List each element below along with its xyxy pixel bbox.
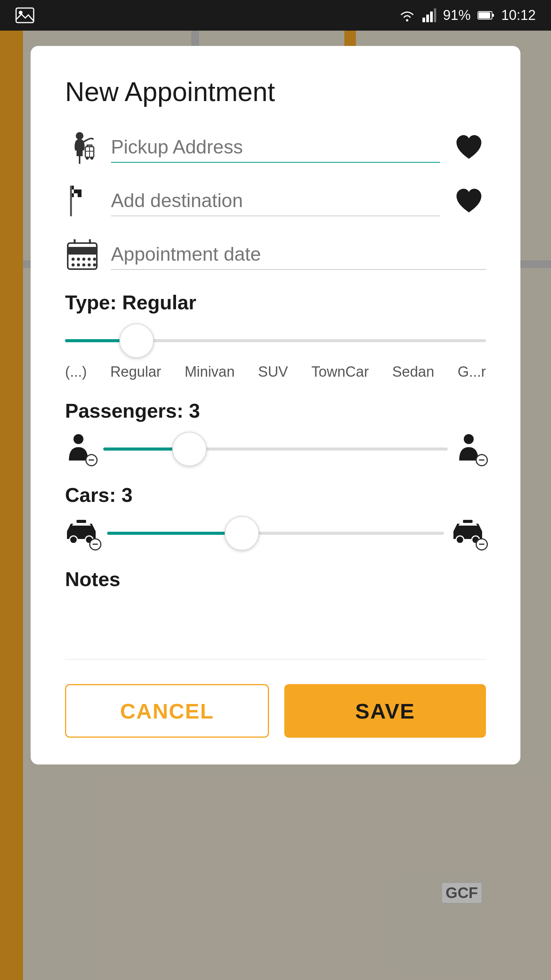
date-row xyxy=(65,237,486,272)
type-section: Type: Regular (...) Regular Minivan SUV … xyxy=(65,291,486,380)
svg-rect-44 xyxy=(77,520,86,523)
svg-point-30 xyxy=(72,258,75,261)
passengers-label: Passengers: 3 xyxy=(65,399,486,422)
svg-rect-21 xyxy=(74,193,78,197)
svg-point-35 xyxy=(72,263,75,266)
svg-rect-27 xyxy=(68,247,97,255)
status-bar-right: 91% 10:12 xyxy=(399,7,536,23)
svg-point-33 xyxy=(88,258,91,261)
svg-rect-5 xyxy=(430,11,433,22)
modal-title: New Appointment xyxy=(65,77,486,107)
status-bar-left xyxy=(15,7,34,23)
status-bar: 91% 10:12 xyxy=(0,0,551,31)
svg-rect-25 xyxy=(70,186,72,216)
pickup-person-icon xyxy=(65,130,99,165)
svg-rect-18 xyxy=(74,186,78,189)
signal-icon xyxy=(422,8,436,22)
cars-max-icon: − xyxy=(452,518,486,549)
destination-favorite-button[interactable] xyxy=(452,184,486,218)
notes-label: Notes xyxy=(65,568,486,591)
type-slider-labels: (...) Regular Minivan SUV TownCar Sedan … xyxy=(65,364,486,380)
svg-point-45 xyxy=(456,536,464,543)
pickup-address-input[interactable] xyxy=(111,132,440,163)
cars-section: Cars: 3 − xyxy=(65,483,486,549)
svg-point-36 xyxy=(77,263,80,266)
pickup-address-row xyxy=(65,130,486,165)
save-button[interactable]: SAVE xyxy=(284,684,486,738)
svg-point-2 xyxy=(406,19,408,21)
destination-input[interactable] xyxy=(111,186,440,216)
svg-rect-4 xyxy=(426,15,429,22)
passengers-min-icon: − xyxy=(65,434,96,464)
svg-rect-8 xyxy=(479,12,490,18)
gallery-icon xyxy=(15,7,34,23)
svg-point-32 xyxy=(82,258,85,261)
svg-point-34 xyxy=(93,258,96,261)
svg-point-41 xyxy=(464,434,474,444)
type-option-6: G...r xyxy=(458,364,486,380)
type-option-2: Minivan xyxy=(184,364,235,380)
cancel-button[interactable]: CANCEL xyxy=(65,684,269,738)
svg-point-38 xyxy=(88,263,91,266)
clock: 10:12 xyxy=(501,7,536,23)
passengers-row: − − xyxy=(65,434,486,464)
svg-rect-47 xyxy=(463,520,473,523)
date-input-wrap xyxy=(111,239,486,270)
type-option-5: Sedan xyxy=(392,364,434,380)
type-option-3: SUV xyxy=(258,364,288,380)
type-slider-thumb[interactable] xyxy=(119,323,154,358)
svg-rect-0 xyxy=(16,8,34,23)
destination-input-wrap xyxy=(111,186,440,216)
notes-section: Notes xyxy=(65,568,486,661)
cars-slider-wrap xyxy=(107,518,444,549)
type-option-1: Regular xyxy=(110,364,161,380)
cars-slider-thumb[interactable] xyxy=(225,516,259,550)
modal-overlay: New Appointment xyxy=(0,31,551,980)
svg-point-39 xyxy=(93,263,96,266)
cars-label: Cars: 3 xyxy=(65,483,486,506)
svg-point-14 xyxy=(86,157,89,160)
cars-min-icon: − xyxy=(65,518,99,549)
svg-rect-23 xyxy=(78,189,82,193)
svg-point-42 xyxy=(70,536,77,543)
svg-point-40 xyxy=(73,434,83,444)
notes-textarea[interactable] xyxy=(65,602,486,660)
destination-row xyxy=(65,184,486,218)
button-row: CANCEL SAVE xyxy=(65,684,486,738)
appointment-date-input[interactable] xyxy=(111,239,486,270)
svg-point-10 xyxy=(76,132,83,140)
svg-rect-9 xyxy=(492,14,494,17)
passengers-slider-wrap xyxy=(103,434,448,464)
cars-slider-fill xyxy=(107,532,242,535)
passengers-max-icon: − xyxy=(455,434,486,464)
cars-row: − − xyxy=(65,518,486,549)
type-option-0: (...) xyxy=(65,364,87,380)
type-slider-container xyxy=(65,325,486,356)
svg-point-31 xyxy=(77,258,80,261)
svg-rect-6 xyxy=(434,8,436,22)
pickup-favorite-button[interactable] xyxy=(452,130,486,165)
passengers-slider-thumb[interactable] xyxy=(172,432,207,466)
svg-point-37 xyxy=(82,263,85,266)
svg-rect-3 xyxy=(422,18,425,22)
calendar-icon xyxy=(65,237,99,272)
type-label: Type: Regular xyxy=(65,291,486,314)
type-option-4: TownCar xyxy=(311,364,369,380)
svg-rect-24 xyxy=(78,193,82,197)
svg-point-15 xyxy=(90,157,93,160)
battery-percent: 91% xyxy=(443,7,471,23)
pickup-input-wrap xyxy=(111,132,440,163)
svg-rect-20 xyxy=(78,186,82,189)
destination-flag-icon xyxy=(65,184,99,218)
battery-icon xyxy=(478,10,494,21)
new-appointment-modal: New Appointment xyxy=(31,46,520,764)
passengers-section: Passengers: 3 − xyxy=(65,399,486,464)
wifi-icon xyxy=(399,9,416,22)
